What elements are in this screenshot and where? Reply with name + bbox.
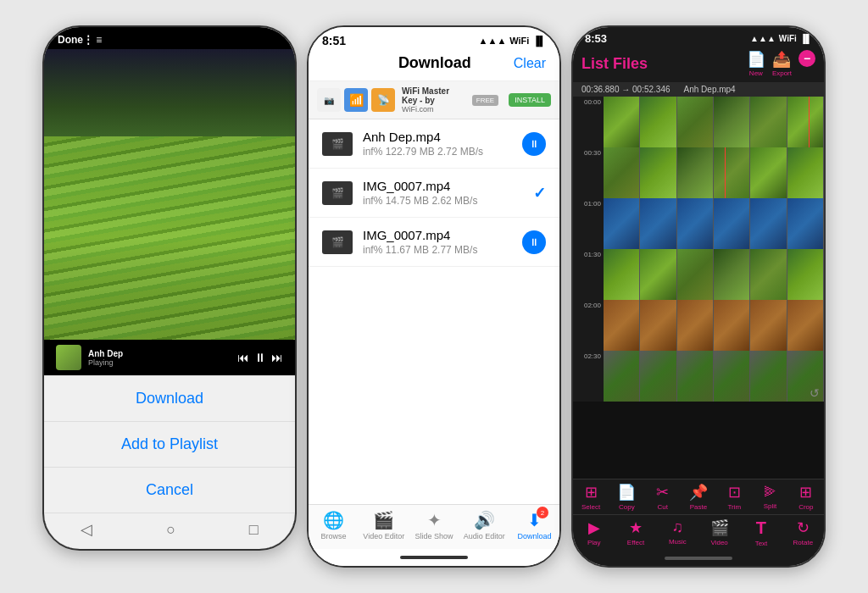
split-tool[interactable]: ⫸ Split <box>752 483 787 511</box>
crop-label: Crop <box>798 503 813 511</box>
tab-browse[interactable]: 🌐 Browse <box>309 510 359 540</box>
music-bar[interactable]: Anh Dep Playing ⏮ ⏸ ⏭ <box>44 340 295 375</box>
dl-action-1[interactable]: ⏸ <box>522 132 546 156</box>
thumb-0030-3 <box>677 147 714 198</box>
tab-slide-show[interactable]: ✦ Slide Show <box>409 510 459 540</box>
new-icon: 📄 <box>747 50 765 69</box>
prev-icon[interactable]: ⏮ <box>237 351 249 364</box>
recents-icon[interactable]: □ <box>249 521 259 539</box>
phone1-done-button[interactable]: Done <box>58 34 83 46</box>
ad-banner[interactable]: 📷 📶 📡 WiFi Master Key - by WiFi.com FREE… <box>309 81 559 119</box>
export-icon: 📤 <box>772 50 791 69</box>
copy-tool[interactable]: 📄 Copy <box>609 483 644 511</box>
timeline-container: 00:00 00:30 <box>573 97 824 479</box>
thumb-0000-4 <box>714 97 750 147</box>
ad-free-tag: FREE <box>472 95 498 106</box>
timeline-thumbs-0200[interactable] <box>604 300 824 351</box>
minus-button[interactable]: − <box>798 50 815 67</box>
thumb-0100-5 <box>750 198 787 249</box>
home-indicator-bar <box>400 556 468 559</box>
file-icon-3: 🎬 <box>322 230 353 254</box>
clear-button[interactable]: Clear <box>514 56 546 71</box>
trim-tool[interactable]: ⊡ Trim <box>716 483 752 511</box>
timeline-row-0030: 00:30 <box>573 147 824 198</box>
music-subtitle: Playing <box>88 358 231 367</box>
play-tool[interactable]: ▶ Play <box>573 518 615 547</box>
pause-btn-1[interactable]: ⏸ <box>522 132 546 156</box>
paste-icon: 📌 <box>689 483 708 502</box>
action-sheet: Download Add to Playlist Cancel <box>44 375 295 513</box>
dl-action-2[interactable]: ✓ <box>533 184 546 202</box>
copy-label: Copy <box>619 503 635 511</box>
phone3-home-bar <box>665 557 732 560</box>
video-info-bar: 00:36.880 → 00:52.346 Anh Dep.mp4 <box>573 82 824 97</box>
paste-tool[interactable]: 📌 Paste <box>681 483 716 511</box>
add-to-playlist-action[interactable]: Add to Playlist <box>44 422 295 468</box>
dl-action-3[interactable]: ⏸ <box>522 230 546 254</box>
timeline-thumbs-0130[interactable] <box>604 249 824 300</box>
cut-tool[interactable]: ✂ Cut <box>645 483 681 511</box>
music-tool[interactable]: ♫ Music <box>657 518 698 547</box>
tab-audio-editor[interactable]: 🔊 Audio Editor <box>459 510 509 540</box>
video-icon: 🎬 <box>710 518 729 537</box>
timeline-label-0030: 00:30 <box>573 147 604 198</box>
timeline-thumbs-0230[interactable]: ↺ <box>604 351 824 402</box>
timeline-row-0130: 01:30 <box>573 249 824 300</box>
timeline-thumbs-0100[interactable] <box>604 198 824 249</box>
dl-info-2: IMG_0007.mp4 inf% 14.75 MB 2.62 MB/s <box>363 179 523 207</box>
crop-icon: ⊞ <box>799 483 812 502</box>
dl-meta-1: inf% 122.79 MB 2.72 MB/s <box>363 146 512 158</box>
text-icon: T <box>756 518 766 538</box>
phone3-wifi-icon: WiFi <box>779 34 797 43</box>
phone2-status-bar: 8:51 ▲▲▲ WiFi ▐▌ <box>309 27 559 51</box>
text-tool[interactable]: T Text <box>740 518 782 547</box>
screenshots-container: Done ⋮ ≡ Anh Dep Playing ⏮ ⏸ ⏭ <box>25 8 843 585</box>
music-label: Music <box>669 538 687 546</box>
timeline-thumbs-0030[interactable] <box>604 147 824 198</box>
copy-icon: 📄 <box>617 483 636 502</box>
music-icon: ♫ <box>672 518 684 536</box>
split-icon: ⫸ <box>763 483 778 501</box>
phone1-home-bar: ◁ ○ □ <box>44 513 295 549</box>
new-button[interactable]: 📄 New <box>747 50 765 77</box>
back-nav-icon[interactable]: ◁ <box>81 520 92 539</box>
video-tool[interactable]: 🎬 Video <box>698 518 740 547</box>
export-button[interactable]: 📤 Export <box>772 50 792 77</box>
timeline-row-0000: 00:00 <box>573 97 824 147</box>
download-action[interactable]: Download <box>44 376 295 422</box>
crop-tool[interactable]: ⊞ Crop <box>788 483 824 511</box>
rotate-tool[interactable]: ↻ Rotate <box>782 518 824 547</box>
timeline-thumbs-0000[interactable] <box>604 97 824 147</box>
cancel-action[interactable]: Cancel <box>44 468 295 513</box>
signal-icon: ▲▲▲ <box>479 36 507 46</box>
download-list: 🎬 Anh Dep.mp4 inf% 122.79 MB 2.72 MB/s ⏸… <box>309 119 559 504</box>
dl-meta-2: inf% 14.75 MB 2.62 MB/s <box>363 195 523 207</box>
trim-icon: ⊡ <box>728 483 741 502</box>
next-icon[interactable]: ⏭ <box>271 351 283 364</box>
tab-video-editor-label: Video Editor <box>363 532 404 540</box>
play-pause-icon[interactable]: ⏸ <box>254 351 266 364</box>
effect-label: Effect <box>627 539 644 546</box>
ad-subtitle: WiFi.com <box>402 105 465 114</box>
pause-btn-3[interactable]: ⏸ <box>522 230 546 254</box>
header-actions: 📄 New 📤 Export − <box>747 50 815 77</box>
music-controls[interactable]: ⏮ ⏸ ⏭ <box>237 351 283 364</box>
thumb-0230-3 <box>677 351 714 402</box>
toolbar-row1: ⊞ Select 📄 Copy ✂ Cut 📌 Paste <box>573 479 824 515</box>
effect-icon: ★ <box>629 518 643 537</box>
tab-video-editor[interactable]: 🎬 Video Editor <box>359 510 409 540</box>
music-info: Anh Dep Playing <box>88 349 231 367</box>
thumb-0030-6 <box>787 147 824 198</box>
install-button[interactable]: INSTALL <box>509 93 551 107</box>
home-circle-icon[interactable]: ○ <box>166 521 175 539</box>
phone1-menu-dots[interactable]: ⋮ ≡ <box>83 34 102 46</box>
thumb-0000-2 <box>640 97 676 147</box>
check-icon: ✓ <box>533 185 546 202</box>
tab-download[interactable]: ⬇ 2 Download <box>509 510 559 540</box>
effect-tool[interactable]: ★ Effect <box>615 518 656 547</box>
select-tool[interactable]: ⊞ Select <box>573 483 609 511</box>
dl-info-1: Anh Dep.mp4 inf% 122.79 MB 2.72 MB/s <box>363 130 512 158</box>
phone3-signal-icon: ▲▲▲ <box>750 34 776 43</box>
audio-editor-icon: 🔊 <box>474 510 495 530</box>
thumb-0230-2 <box>640 351 676 402</box>
